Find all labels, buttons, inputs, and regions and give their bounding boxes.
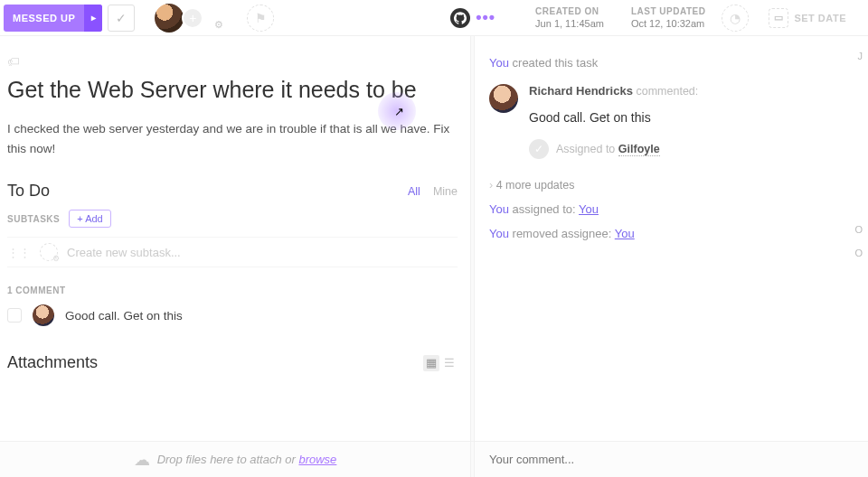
updated-value: Oct 12, 10:32am	[631, 18, 705, 29]
upload-icon: ☁	[134, 450, 150, 470]
browse-link[interactable]: browse	[298, 453, 336, 466]
subtasks-header: SUBTASKS + Add	[7, 210, 458, 228]
comment-avatar[interactable]	[33, 304, 54, 326]
attachments-heading: Attachments	[7, 353, 423, 372]
list-view-icon[interactable]: ☰	[441, 355, 458, 371]
time-marker: O	[854, 224, 863, 235]
commented-label: commented:	[637, 85, 699, 98]
filter-all[interactable]: All	[408, 185, 420, 198]
comment-input-wrap	[475, 453, 868, 466]
time-marker: O	[854, 248, 863, 258]
commenter-avatar[interactable]	[489, 84, 518, 113]
drag-handle-icon: ⋮⋮	[7, 246, 31, 259]
activity-panel: J You created this task Richard Hendrick…	[475, 36, 868, 441]
assigned-chip: ✓ Assigned to Gilfoyle	[529, 139, 859, 159]
activity-created: You created this task	[489, 51, 859, 75]
you-link[interactable]: You	[489, 202, 509, 216]
assignee-avatar[interactable]	[155, 4, 184, 33]
todo-heading: To Do	[7, 182, 395, 201]
attachments-header: Attachments ▦ ☰	[7, 353, 458, 372]
commenter-name[interactable]: Richard Hendricks	[529, 84, 633, 98]
todo-header: To Do All Mine	[7, 182, 458, 201]
priority-placeholder[interactable]: ⚑	[247, 5, 274, 32]
complete-button[interactable]: ✓	[108, 5, 135, 32]
more-menu-icon[interactable]: •••	[476, 8, 495, 27]
drop-text: Drop files here to attach or	[157, 453, 299, 466]
set-date-label: SET DATE	[794, 13, 846, 23]
comments-count: 1 COMMENT	[7, 285, 458, 295]
time-marker: J	[858, 51, 863, 61]
comment-checkbox[interactable]	[7, 308, 22, 323]
grid-view-icon[interactable]: ▦	[423, 355, 439, 371]
activity-assigned: You assigned to: You	[489, 197, 859, 221]
more-updates-toggle[interactable]: 4 more updates	[489, 168, 859, 197]
comment-text: Good call. Get on this	[65, 309, 183, 323]
comment-input[interactable]	[489, 453, 854, 466]
activity-removed: You removed assignee: You	[489, 221, 859, 246]
activity-comment: Richard Hendricks commented: Good call. …	[489, 75, 859, 168]
comment-item: Good call. Get on this	[7, 304, 458, 326]
view-toggle: ▦ ☰	[423, 355, 458, 371]
time-estimate-placeholder[interactable]: ◔	[722, 5, 749, 32]
target-link[interactable]: You	[615, 227, 635, 240]
assigned-check-icon: ✓	[529, 139, 549, 159]
github-icon[interactable]	[450, 8, 470, 28]
add-subtask-button[interactable]: + Add	[69, 210, 110, 228]
subtask-assignee-placeholder[interactable]	[40, 243, 58, 261]
filter-mine[interactable]: Mine	[433, 185, 458, 198]
cursor-indicator	[378, 92, 416, 130]
gear-icon: ⚙	[214, 19, 223, 31]
updated-label: LAST UPDATED	[631, 6, 705, 16]
new-subtask-placeholder: Create new subtask...	[67, 246, 181, 259]
clock-icon: ◔	[730, 11, 741, 25]
new-subtask-row[interactable]: ⋮⋮ Create new subtask...	[7, 237, 458, 267]
assigned-to-label: Assigned to	[556, 143, 618, 155]
calendar-icon: ▭	[769, 8, 788, 28]
set-date-button[interactable]: ▭ SET DATE	[769, 8, 864, 28]
add-assignee-button[interactable]: +	[182, 7, 203, 29]
status-label: MESSED UP	[4, 13, 84, 23]
status-caret-icon[interactable]: ▸	[84, 5, 102, 32]
created-label: CREATED ON	[535, 6, 604, 16]
flag-icon: ⚑	[255, 11, 267, 25]
main: 🏷 Get the Web Server where it needs to b…	[0, 36, 868, 441]
created-value: Jun 1, 11:45am	[535, 18, 604, 29]
updated-meta: LAST UPDATED Oct 12, 10:32am	[620, 6, 716, 29]
dropzone[interactable]: ☁ Drop files here to attach or browse	[0, 450, 470, 470]
subtasks-label: SUBTASKS	[7, 214, 60, 224]
you-link[interactable]: You	[489, 227, 509, 240]
task-panel: 🏷 Get the Web Server where it needs to b…	[0, 36, 470, 441]
topbar: MESSED UP ▸ ✓ + ⚙ ⚑ ••• CREATED ON Jun 1…	[0, 0, 868, 36]
status-button[interactable]: MESSED UP ▸	[4, 5, 102, 32]
footer: ☁ Drop files here to attach or browse	[0, 441, 868, 477]
created-meta: CREATED ON Jun 1, 11:45am	[524, 6, 615, 29]
activity-comment-text: Good call. Get on this	[529, 110, 859, 125]
tag-icon[interactable]: 🏷	[7, 54, 458, 69]
check-icon: ✓	[116, 11, 127, 25]
you-link[interactable]: You	[489, 56, 509, 70]
target-link[interactable]: You	[579, 202, 599, 216]
assigned-to-name[interactable]: Gilfoyle	[618, 143, 660, 156]
